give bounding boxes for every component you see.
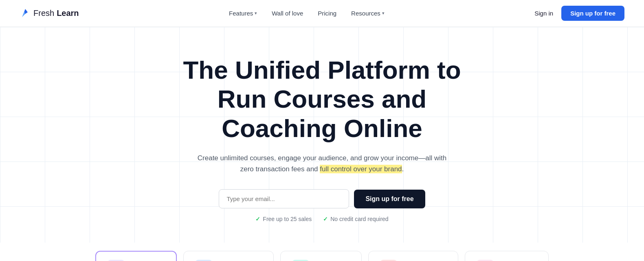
trust-badges: ✓ Free up to 25 sales ✓ No credit card r… — [8, 216, 636, 222]
sign-in-button[interactable]: Sign in — [534, 10, 553, 17]
trust-badge-2: ✓ No credit card required — [323, 216, 388, 222]
check-icon-1: ✓ — [255, 216, 260, 222]
email-input[interactable] — [219, 189, 349, 208]
feature-card-memberships[interactable]: $Memberships — [183, 251, 274, 261]
brand-name-fresh: Fresh — [33, 9, 54, 18]
nav-pricing[interactable]: Pricing — [318, 10, 336, 17]
hero-subtitle: Create unlimited courses, engage your au… — [196, 153, 448, 175]
chevron-down-icon-2: ▾ — [382, 11, 385, 16]
nav-links: Features ▾ Wall of love Pricing Resource… — [229, 10, 385, 17]
hero-title: The Unified Platform to Run Courses and … — [159, 55, 485, 143]
hero-signup-button[interactable]: Sign up for free — [354, 190, 425, 208]
nav-resources[interactable]: Resources ▾ — [351, 10, 385, 17]
feature-card-courses[interactable]: Courses — [95, 251, 177, 261]
trust-badge-1: ✓ Free up to 25 sales — [255, 216, 312, 222]
sign-up-button[interactable]: Sign up for free — [561, 6, 624, 21]
logo[interactable]: FreshLearn — [20, 7, 79, 20]
hero-section: The Unified Platform to Run Courses and … — [0, 27, 644, 243]
hero-content: The Unified Platform to Run Courses and … — [8, 55, 636, 222]
feature-card-community[interactable]: Community — [465, 251, 549, 261]
logo-icon — [20, 7, 31, 20]
navbar: FreshLearn Features ▾ Wall of love Prici… — [0, 0, 644, 27]
brand-name-learn: Learn — [57, 9, 79, 18]
nav-features[interactable]: Features ▾ — [229, 10, 257, 17]
chevron-down-icon: ▾ — [255, 11, 257, 16]
features-row: Courses$MembershipsEmailsAssessmentsComm… — [0, 243, 644, 261]
highlighted-text: full control over your brand — [320, 165, 402, 173]
nav-actions: Sign in Sign up for free — [534, 6, 624, 21]
check-icon-2: ✓ — [323, 216, 328, 222]
nav-wall-of-love[interactable]: Wall of love — [272, 10, 303, 17]
feature-card-emails[interactable]: Emails — [280, 251, 362, 261]
email-form: Sign up for free — [8, 189, 636, 208]
feature-card-assessments[interactable]: Assessments — [368, 251, 459, 261]
